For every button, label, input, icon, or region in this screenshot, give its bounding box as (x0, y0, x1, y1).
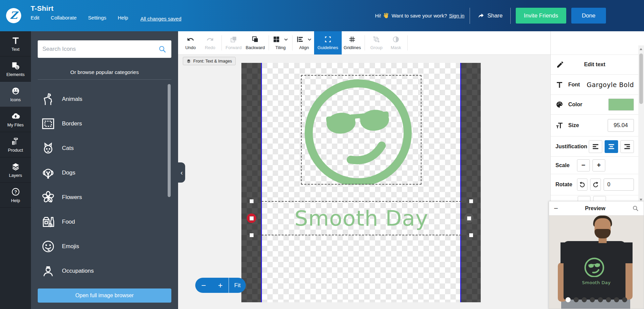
sign-in-link[interactable]: Sign in (449, 13, 465, 18)
search-input[interactable] (42, 46, 158, 52)
magnify-preview-icon[interactable] (632, 205, 639, 212)
carousel-dot-8[interactable] (622, 297, 627, 302)
stretch-handle-right[interactable] (464, 214, 474, 223)
color-row: Color (551, 94, 639, 114)
color-label: Color (568, 102, 582, 108)
scrollbar-thumb[interactable] (639, 53, 643, 104)
mask-icon (392, 36, 400, 43)
category-emojis[interactable]: Emojis (31, 234, 178, 259)
toolbar-label: Undo (185, 45, 196, 50)
search-icon[interactable] (158, 45, 167, 53)
preview-photo[interactable]: Smooth Day (549, 216, 644, 309)
menu-collaborate[interactable]: Collaborate (51, 15, 77, 21)
carousel-dot-7[interactable] (614, 297, 619, 302)
save-status-link[interactable]: All changes saved (140, 16, 181, 22)
rail-item-help[interactable]: Help (0, 183, 31, 208)
justify-left-button[interactable] (589, 140, 602, 153)
zazzle-logo[interactable]: Z (6, 8, 21, 23)
scale-up-button[interactable]: + (592, 159, 605, 171)
group-button[interactable]: Group (367, 31, 386, 54)
resize-handle-se[interactable] (469, 233, 473, 237)
carousel-dot-3[interactable] (582, 297, 587, 302)
guidelines-toggle[interactable]: Guidelines (314, 31, 342, 54)
category-animals[interactable]: Animals (31, 87, 178, 111)
header-menu: Edit Collaborate Settings Help (31, 15, 128, 21)
carousel-dot-2[interactable] (574, 297, 579, 302)
size-input[interactable] (608, 119, 634, 132)
rail-item-text[interactable]: Text (0, 31, 31, 56)
justify-center-button[interactable] (605, 140, 618, 153)
size-label: Size (568, 122, 579, 128)
panel-scrollbar[interactable] (168, 84, 171, 197)
rail-item-elements[interactable]: Elements (0, 56, 31, 82)
undo-button[interactable]: Undo (181, 31, 200, 54)
font-row[interactable]: Font Gargoyle Bold (551, 74, 639, 94)
rotate-cw-button[interactable] (590, 179, 601, 191)
rotate-input[interactable] (604, 179, 634, 191)
zoom-in-button[interactable]: + (212, 278, 229, 293)
invite-friends-button[interactable]: Invite Friends (516, 8, 566, 24)
waving-hand-icon (383, 12, 389, 19)
text-selection-box[interactable]: Smooth Day (251, 201, 471, 235)
rotate-label: Rotate (555, 182, 572, 188)
category-borders[interactable]: Borders (31, 111, 178, 136)
image-selection-box[interactable] (301, 75, 421, 185)
backward-button[interactable]: Backward (244, 31, 267, 54)
scale-down-button[interactable]: − (577, 159, 590, 171)
category-cats[interactable]: Cats (31, 136, 178, 160)
mask-button[interactable]: Mask (386, 31, 406, 54)
justify-right-icon (623, 143, 631, 150)
category-list: Animals Borders Cats Dogs Flowers Food (31, 87, 178, 283)
panel-scrollbar-track[interactable] (638, 45, 644, 203)
menu-help[interactable]: Help (118, 15, 128, 21)
stretch-handle-left[interactable] (247, 214, 256, 223)
tiling-button[interactable]: Tiling (271, 31, 291, 54)
justify-right-button[interactable] (620, 140, 634, 153)
minimize-preview-button[interactable]: − (554, 205, 558, 212)
design-canvas[interactable]: Front: Text & Images Smooth Day − + Fit (178, 55, 550, 309)
category-dogs[interactable]: Dogs (31, 160, 178, 185)
rail-item-layers[interactable]: Layers (0, 157, 31, 183)
resize-handle-nw[interactable] (249, 199, 254, 203)
carousel-dot-6[interactable] (606, 297, 611, 302)
font-value[interactable]: Gargoyle Bold (587, 81, 634, 88)
toolbar-divider (407, 35, 408, 50)
toolbar-label: Gridlines (344, 45, 361, 50)
rail-item-my-files[interactable]: My Files (0, 107, 31, 132)
category-occupations[interactable]: Occupations (31, 259, 178, 283)
design-text[interactable]: Smooth Day (295, 206, 429, 231)
layers-icon (11, 162, 20, 171)
rail-item-product[interactable]: Product (0, 132, 31, 157)
panel-collapse-toggle[interactable]: ‹ (178, 162, 185, 183)
edit-text-row[interactable]: Edit text (551, 54, 639, 74)
font-icon (555, 81, 564, 89)
menu-edit[interactable]: Edit (31, 15, 39, 21)
redo-button[interactable]: Redo (200, 31, 220, 54)
carousel-dot-1[interactable] (566, 297, 571, 302)
gridlines-toggle[interactable]: Gridlines (342, 31, 363, 54)
align-button[interactable]: Align (294, 31, 314, 54)
zoom-fit-button[interactable]: Fit (229, 278, 246, 293)
zoom-out-button[interactable]: − (195, 278, 212, 293)
forward-button[interactable]: Forward (224, 31, 244, 54)
menu-settings[interactable]: Settings (88, 15, 106, 21)
rotate-ccw-button[interactable] (577, 179, 588, 191)
resize-handle-sw[interactable] (249, 233, 254, 237)
scroll-up-arrow[interactable] (640, 48, 642, 50)
carousel-dot-5[interactable] (598, 297, 603, 302)
signin-prompt: Hi! Want to save your work? Sign in (375, 12, 465, 19)
toolbar-label: Forward (226, 45, 242, 50)
share-button[interactable]: Share (475, 12, 505, 19)
layer-selector-chip[interactable]: Front: Text & Images (183, 57, 236, 65)
done-button[interactable]: Done (571, 8, 606, 24)
scroll-down-arrow[interactable] (640, 199, 642, 201)
color-swatch[interactable] (608, 99, 634, 111)
resize-handle-ne[interactable] (469, 199, 473, 203)
category-food[interactable]: Food (31, 209, 178, 234)
carousel-dot-4[interactable] (590, 297, 595, 302)
rail-item-icons[interactable]: Icons (0, 82, 31, 107)
open-image-browser-button[interactable]: Open full image browser (38, 288, 171, 303)
category-flowers[interactable]: Flowers (31, 185, 178, 209)
emoji-icon (40, 239, 56, 254)
send-backward-icon (251, 36, 259, 43)
